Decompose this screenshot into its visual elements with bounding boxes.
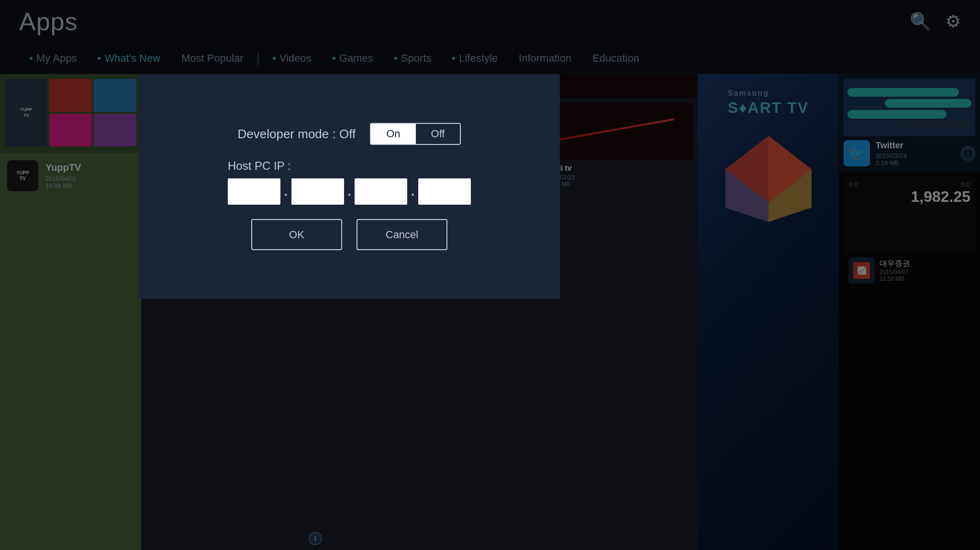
ip-field-4[interactable] — [418, 178, 471, 205]
ip-inputs: . . . — [228, 178, 471, 205]
action-buttons: OK Cancel — [251, 219, 447, 250]
ip-dot-1: . — [284, 185, 288, 198]
ip-field-2[interactable] — [291, 178, 344, 205]
on-button[interactable]: On — [371, 124, 415, 144]
off-button[interactable]: Off — [416, 124, 460, 144]
ip-field-3[interactable] — [355, 178, 407, 205]
ip-dot-3: . — [411, 185, 414, 198]
on-off-toggle: On Off — [370, 123, 461, 145]
host-pc-ip-label: Host PC IP : — [228, 159, 291, 173]
host-pc-ip-section: Host PC IP : . . . — [228, 159, 471, 205]
ip-dot-2: . — [348, 185, 351, 198]
developer-mode-modal: Developer mode : Off On Off Host PC IP :… — [139, 74, 560, 299]
developer-mode-label: Developer mode : Off — [238, 127, 356, 142]
cancel-button[interactable]: Cancel — [356, 219, 447, 250]
ip-field-1[interactable] — [228, 178, 280, 205]
developer-mode-row: Developer mode : Off On Off — [238, 123, 461, 145]
ok-button[interactable]: OK — [251, 219, 342, 250]
